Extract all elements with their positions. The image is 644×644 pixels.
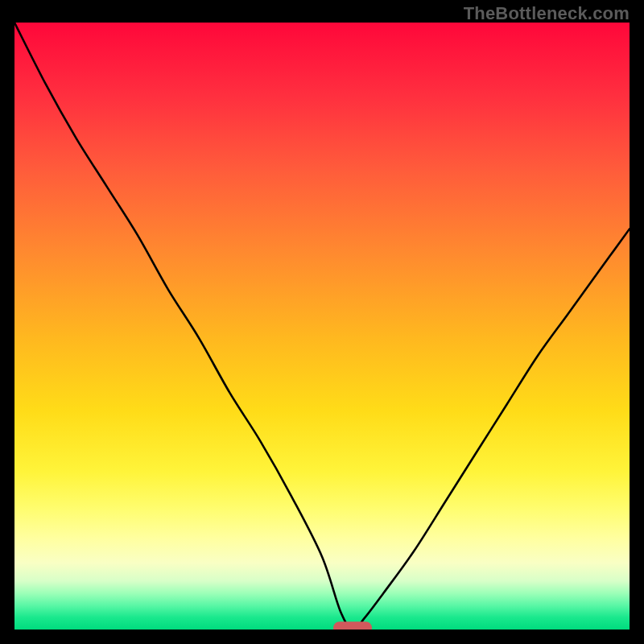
plot-area bbox=[14, 23, 630, 630]
watermark-text: TheBottleneck.com bbox=[464, 3, 630, 24]
optimal-point-marker bbox=[333, 621, 372, 630]
chart-frame: TheBottleneck.com bbox=[0, 0, 644, 644]
bottleneck-curve bbox=[14, 23, 630, 630]
